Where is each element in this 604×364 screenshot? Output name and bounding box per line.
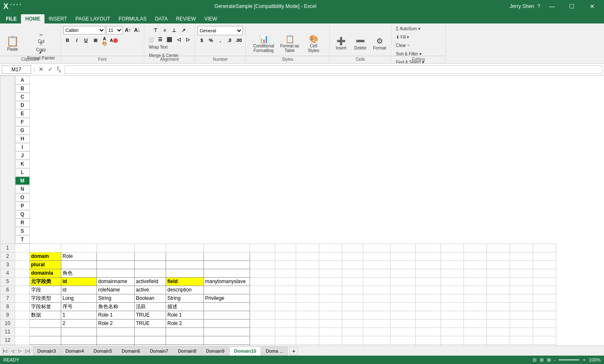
cell-H10[interactable]	[250, 319, 275, 328]
tab-page-layout[interactable]: PAGE LAYOUT	[71, 14, 115, 23]
paste-button[interactable]: 📋 Paste	[3, 33, 22, 55]
cell-K3[interactable]	[319, 260, 342, 269]
cell-E5[interactable]: activefield	[135, 277, 166, 286]
cell-G13[interactable]	[204, 344, 250, 346]
cell-D3[interactable]	[97, 260, 135, 269]
cell-Q8[interactable]	[464, 302, 487, 311]
cell-S7[interactable]	[510, 294, 533, 302]
cell-F10[interactable]: Role 2	[166, 319, 204, 328]
sheet-tab-domain8[interactable]: Domain8	[173, 346, 201, 356]
cell-S3[interactable]	[510, 260, 533, 269]
cell-R9[interactable]	[487, 311, 510, 319]
row-num-3[interactable]: 3	[0, 260, 15, 269]
cell-C7[interactable]: Long	[61, 294, 97, 302]
align-left-button[interactable]: ⬜	[147, 35, 155, 44]
font-grow-button[interactable]: A↑	[124, 26, 132, 34]
cell-O7[interactable]	[416, 294, 441, 302]
cell-C11[interactable]	[61, 328, 97, 336]
cell-D5[interactable]: domainname	[97, 277, 135, 286]
cell-R5[interactable]	[487, 277, 510, 286]
cell-M10[interactable]	[363, 319, 391, 328]
cell-B11[interactable]	[30, 328, 61, 336]
align-middle-button[interactable]: ≡	[161, 26, 169, 34]
cell-E10[interactable]: TRUE	[135, 319, 166, 328]
cell-S4[interactable]	[510, 269, 533, 277]
cell-O5[interactable]	[416, 277, 441, 286]
cell-F8[interactable]: 描述	[166, 302, 204, 311]
cell-C4[interactable]: 角色	[61, 269, 97, 277]
col-header-M[interactable]: M	[15, 177, 30, 185]
cell-T13[interactable]	[533, 344, 556, 346]
cell-G9[interactable]	[204, 311, 250, 319]
cell-A5[interactable]	[15, 277, 30, 286]
cell-F11[interactable]	[166, 328, 204, 336]
cell-E2[interactable]	[135, 252, 166, 260]
orientation-button[interactable]: ↗	[179, 26, 187, 34]
cell-Q2[interactable]	[464, 252, 487, 260]
grid-body[interactable]: A B C D E F G H I J K L M N O P Q	[0, 75, 604, 346]
cell-A11[interactable]	[15, 328, 30, 336]
cell-K6[interactable]	[319, 286, 342, 294]
cell-L8[interactable]	[342, 302, 363, 311]
cell-B10[interactable]	[30, 319, 61, 328]
cell-P2[interactable]	[441, 252, 464, 260]
cell-H6[interactable]	[250, 286, 275, 294]
col-header-E[interactable]: E	[15, 109, 30, 118]
cell-T11[interactable]	[533, 328, 556, 336]
cell-A4[interactable]	[15, 269, 30, 277]
cell-O13[interactable]	[416, 344, 441, 346]
cell-P12[interactable]	[441, 336, 464, 344]
row-num-2[interactable]: 2	[0, 252, 15, 260]
cell-K7[interactable]	[319, 294, 342, 302]
cell-O4[interactable]	[416, 269, 441, 277]
cell-N13[interactable]	[391, 344, 416, 346]
cell-I11[interactable]	[275, 328, 296, 336]
cell-O2[interactable]	[416, 252, 441, 260]
cell-G2[interactable]	[204, 252, 250, 260]
cell-M12[interactable]	[363, 336, 391, 344]
cell-D10[interactable]: Role 2	[97, 319, 135, 328]
cell-I3[interactable]	[275, 260, 296, 269]
cell-Q1[interactable]	[464, 244, 487, 252]
cell-M5[interactable]	[363, 277, 391, 286]
autosum-button[interactable]: Σ AutoSum ▾	[394, 26, 422, 34]
tab-data[interactable]: DATA	[151, 14, 172, 23]
cell-M4[interactable]	[363, 269, 391, 277]
cell-G7[interactable]: Privilege	[204, 294, 250, 302]
cell-F2[interactable]	[166, 252, 204, 260]
cell-G11[interactable]	[204, 328, 250, 336]
font-name-select[interactable]: Calibri	[63, 26, 105, 34]
cell-S9[interactable]	[510, 311, 533, 319]
cell-O6[interactable]	[416, 286, 441, 294]
cell-C5[interactable]: id	[61, 277, 97, 286]
cell-D13[interactable]	[97, 344, 135, 346]
row-num-6[interactable]: 6	[0, 286, 15, 294]
cell-T6[interactable]	[533, 286, 556, 294]
col-header-F[interactable]: F	[15, 118, 30, 126]
cell-Q5[interactable]	[464, 277, 487, 286]
cell-N6[interactable]	[391, 286, 416, 294]
layout-break-icon[interactable]: ⊠	[547, 357, 551, 363]
cell-A10[interactable]	[15, 319, 30, 328]
cell-H11[interactable]	[250, 328, 275, 336]
sheet-nav-last[interactable]: ▷|	[24, 348, 31, 354]
cell-P3[interactable]	[441, 260, 464, 269]
row-num-11[interactable]: 11	[0, 328, 15, 336]
insert-button[interactable]: ➕ Insert	[332, 29, 350, 58]
layout-page-icon[interactable]: ⊞	[540, 357, 544, 363]
col-header-G[interactable]: G	[15, 126, 30, 135]
cell-Q3[interactable]	[464, 260, 487, 269]
cell-S10[interactable]	[510, 319, 533, 328]
cell-F6[interactable]: description	[166, 286, 204, 294]
col-header-S[interactable]: S	[15, 227, 30, 235]
format-as-table-button[interactable]: 📋 Format asTable	[278, 29, 302, 58]
cell-K2[interactable]	[319, 252, 342, 260]
cell-Q13[interactable]	[464, 344, 487, 346]
cell-C13[interactable]	[61, 344, 97, 346]
font-color-button[interactable]: A🔴	[109, 36, 118, 44]
col-header-I[interactable]: I	[15, 143, 30, 151]
cell-F4[interactable]	[166, 269, 204, 277]
cell-Q6[interactable]	[464, 286, 487, 294]
cell-R13[interactable]	[487, 344, 510, 346]
cell-N5[interactable]	[391, 277, 416, 286]
